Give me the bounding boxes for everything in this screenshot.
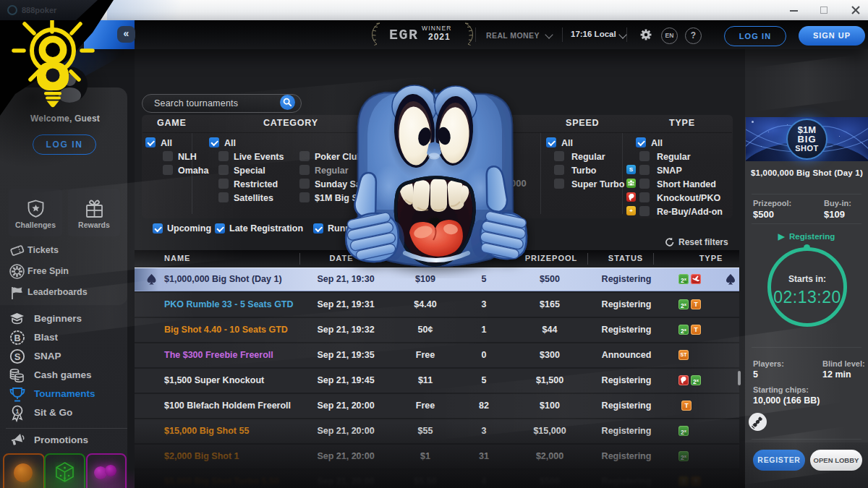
svg-text:WINNER: WINNER: [422, 25, 452, 32]
svg-text:B: B: [14, 333, 20, 343]
svg-text:1: 1: [15, 408, 19, 415]
svg-text:2021: 2021: [428, 32, 451, 42]
svg-text:S: S: [14, 351, 21, 362]
svg-text:EGR: EGR: [389, 27, 419, 43]
